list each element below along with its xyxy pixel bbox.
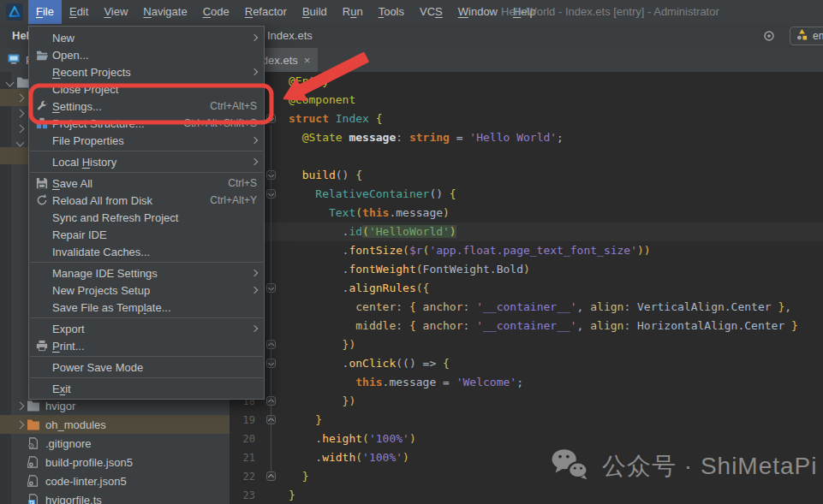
code-line-19[interactable]: } [289, 411, 322, 430]
menu-item-invalidate-caches[interactable]: Invalidate Caches... [29, 243, 264, 260]
line-number: 19 [230, 411, 255, 430]
menu-item-shortcut: Ctrl+Alt+S [210, 100, 257, 112]
menu-item-new-projects-setup[interactable]: New Projects Setup [29, 282, 264, 299]
menu-item-file-properties[interactable]: File Properties [29, 132, 264, 149]
line-number: 21 [230, 448, 255, 467]
fold-marker[interactable] [266, 114, 276, 123]
line-number: 22 [230, 467, 255, 486]
structure-icon [36, 117, 52, 129]
menu-separator [30, 262, 263, 263]
menu-item-local-history[interactable]: Local History [29, 153, 264, 170]
close-icon[interactable]: × [304, 55, 311, 66]
run-target-label: entry [813, 30, 823, 42]
deveco-logo-icon [6, 3, 23, 21]
folder-open-icon [36, 49, 52, 62]
menubar-item-file[interactable]: File [28, 0, 62, 24]
menubar-item-view[interactable]: View [96, 0, 135, 24]
code-line-22[interactable]: } [289, 467, 308, 486]
menu-item-print[interactable]: Print... [29, 337, 264, 354]
tree-item-label: hvigor [45, 400, 75, 412]
code-line-20[interactable]: .height('100%') [289, 430, 416, 448]
code-line-3[interactable]: struct Index { [289, 110, 383, 128]
submenu-arrow-icon [248, 35, 257, 40]
code-line-10[interactable]: .fontSize($r('app.float.page_text_font_s… [289, 241, 651, 260]
menu-item-project-structure[interactable]: Project Structure...Ctrl+Alt+Shift+S [29, 115, 264, 132]
tree-item-gitignore[interactable]: .gitignore [0, 434, 230, 453]
submenu-arrow-icon [248, 69, 257, 74]
file-ignore-icon [26, 437, 40, 449]
menubar: FileEditViewNavigateCodeRefactorBuildRun… [0, 0, 823, 25]
menu-item-label: Project Structure... [52, 117, 145, 130]
line-number: 23 [230, 486, 255, 504]
code-editor[interactable]: 1234567891011121314151617181920212223 @E… [230, 72, 823, 504]
menu-item-power-save-mode[interactable]: Power Save Mode [29, 359, 264, 376]
code-line-13[interactable]: center: { anchor: '__container__', align… [289, 298, 791, 317]
menu-item-exit[interactable]: Exit [29, 380, 264, 397]
fold-guide-line [271, 125, 271, 471]
menu-item-settings[interactable]: Settings...Ctrl+Alt+S [29, 98, 264, 115]
code-line-18[interactable]: }) [289, 392, 355, 411]
menubar-item-window[interactable]: Window [450, 0, 505, 24]
tree-item-code-linter-json5[interactable]: code-linter.json5 [0, 471, 230, 490]
code-line-6[interactable]: build() { [289, 166, 362, 185]
menu-item-save-file-as-template[interactable]: Save File as Template... [29, 299, 264, 316]
menu-separator [30, 377, 263, 378]
code-line-4[interactable]: @State message: string = 'Hello World'; [289, 128, 564, 147]
menu-item-label: Reload All from Disk [52, 194, 152, 207]
menu-item-label: Settings... [52, 100, 102, 113]
tree-item-oh-modules[interactable]: oh_modules [0, 415, 230, 434]
menu-item-export[interactable]: Export [29, 320, 264, 337]
menu-item-label: File Properties [52, 134, 124, 147]
menubar-item-build[interactable]: Build [295, 0, 335, 24]
menu-item-open[interactable]: Open... [29, 46, 264, 63]
code-line-9[interactable]: .id('HelloWorld') [289, 222, 456, 241]
menu-separator [30, 172, 263, 173]
code-line-16[interactable]: .onClick(() => { [289, 354, 450, 373]
menu-item-save-all[interactable]: Save AllCtrl+S [29, 175, 264, 192]
menu-item-close-project[interactable]: Close Project [29, 80, 264, 98]
menu-item-label: New [52, 32, 75, 44]
menu-item-sync-and-refresh-project[interactable]: Sync and Refresh Project [29, 209, 264, 226]
menubar-item-vcs[interactable]: VCS [412, 0, 450, 24]
tree-item-build-profile-json5[interactable]: build-profile.json5 [0, 453, 230, 471]
menu-item-repair-ide[interactable]: Repair IDE [29, 226, 264, 243]
run-target-selector[interactable]: entry [790, 27, 823, 45]
code-line-21[interactable]: .width('100%') [289, 448, 409, 467]
menu-item-recent-projects[interactable]: Recent Projects [29, 63, 264, 80]
wrench-icon [36, 100, 52, 112]
breadcrumb-file[interactable]: Index.ets [267, 24, 313, 48]
menu-item-manage-ide-settings[interactable]: Manage IDE Settings [29, 264, 264, 282]
menu-item-shortcut: Ctrl+Alt+Shift+S [183, 117, 257, 129]
code-line-12[interactable]: .alignRules({ [289, 279, 429, 298]
code-line-11[interactable]: .fontWeight(FontWeight.Bold) [289, 260, 530, 279]
menu-item-label: Export [52, 323, 85, 335]
menu-item-new[interactable]: New [29, 29, 264, 46]
tree-item-hvigorfile-ts[interactable]: TShvigorfile.ts [0, 490, 230, 504]
tree-item-label: hvigorfile.ts [45, 494, 102, 504]
wechat-icon [550, 447, 591, 486]
code-line-8[interactable]: Text(this.message) [289, 204, 450, 222]
fold-marker[interactable] [266, 471, 276, 481]
watermark: 公众号 · ShiMetaPi [550, 447, 818, 486]
menu-separator [30, 151, 263, 151]
menu-item-reload-all-from-disk[interactable]: Reload All from DiskCtrl+Alt+Y [29, 192, 264, 209]
menu-item-label: Repair IDE [52, 228, 107, 241]
code-line-15[interactable]: }) [289, 335, 355, 354]
menubar-item-code[interactable]: Code [195, 0, 237, 24]
menubar-item-edit[interactable]: Edit [62, 0, 96, 24]
menubar-item-tools[interactable]: Tools [371, 0, 412, 24]
menubar-item-run[interactable]: Run [335, 0, 371, 24]
locate-file-icon[interactable] [762, 29, 776, 43]
menubar-item-navigate[interactable]: Navigate [135, 0, 194, 24]
ide-window: FileEditViewNavigateCodeRefactorBuildRun… [0, 0, 823, 504]
folder-orange-icon [26, 418, 40, 430]
submenu-arrow-icon [248, 270, 257, 276]
code-line-2[interactable]: @Component [289, 91, 355, 110]
code-line-23[interactable]: } [289, 486, 295, 504]
code-line-17[interactable]: this.message = 'Welcome'; [289, 373, 523, 392]
code-line-1[interactable]: @Entry [289, 72, 329, 91]
code-line-14[interactable]: middle: { anchor: '__container__', align… [289, 317, 798, 335]
printer-icon [36, 340, 52, 352]
code-line-7[interactable]: RelativeContainer() { [289, 185, 456, 204]
menubar-item-refactor[interactable]: Refactor [237, 0, 295, 24]
